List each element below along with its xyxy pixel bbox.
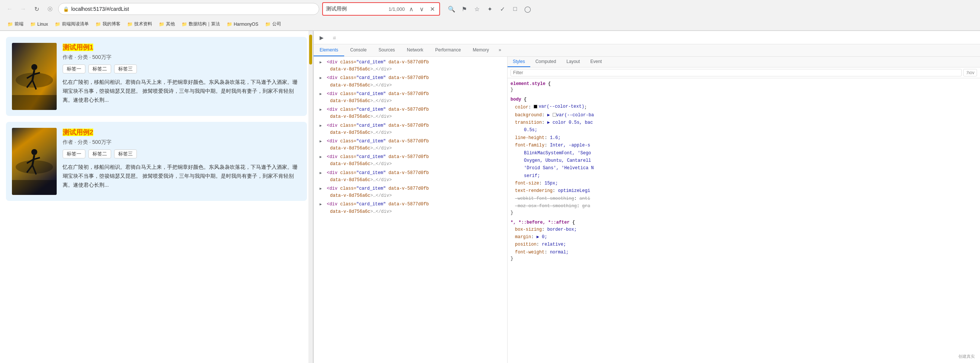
card-meta: 作者 · 分类 · 500万字 bbox=[63, 54, 301, 61]
card-tag: 标签二 bbox=[88, 65, 111, 73]
filter-hov-button[interactable]: :hov bbox=[963, 69, 977, 76]
styles-panel: Styles Computed Layout Event :hov elemen… bbox=[508, 57, 980, 363]
card-tag: 标签一 bbox=[63, 149, 85, 159]
style-prop: line-height: 1.6; bbox=[515, 134, 977, 142]
find-next-button[interactable]: ∨ bbox=[418, 5, 425, 13]
dom-node[interactable]: ▶ <div class="card_item" data-v-5877d0fb… bbox=[313, 137, 507, 153]
bookmark-page-button[interactable]: ⚑ bbox=[459, 3, 470, 14]
style-prop: 0.5s; bbox=[515, 126, 977, 134]
devtools-inspect-button[interactable]: ▶ bbox=[317, 33, 326, 43]
styles-panel-tabs: Styles Computed Layout Event bbox=[508, 57, 980, 67]
styles-filter-input[interactable] bbox=[511, 69, 962, 76]
extension3-button[interactable]: □ bbox=[509, 3, 520, 14]
folder-icon: 📁 bbox=[265, 22, 271, 27]
browser-chrome: ← → ↻ ☉ 🔒 localhost:5173/#/cardList 1/1,… bbox=[0, 0, 980, 31]
color-swatch bbox=[534, 105, 537, 108]
style-prop: text-rendering: optimizeLegi bbox=[515, 187, 977, 195]
extension2-button[interactable]: ✓ bbox=[497, 3, 508, 14]
folder-icon: 📁 bbox=[55, 22, 60, 27]
profile-button[interactable]: ◯ bbox=[522, 3, 533, 14]
dom-node[interactable]: ▶ <div class="card_item" data-v-5877d0fb… bbox=[313, 200, 507, 216]
bookmark-company[interactable]: 📁 公司 bbox=[262, 19, 284, 29]
bookmark-techres[interactable]: 📁 技术资料 bbox=[124, 19, 155, 29]
address-bar[interactable]: 🔒 localhost:5173/#/cardList bbox=[58, 3, 319, 15]
star-button[interactable]: ☆ bbox=[471, 3, 482, 14]
triangle-icon: ▶ bbox=[320, 123, 324, 129]
bookmark-myblog[interactable]: 📁 我的博客 bbox=[92, 19, 123, 29]
bookmark-dsa[interactable]: 📁 数据结构｜算法 bbox=[179, 19, 223, 29]
bookmark-linux[interactable]: 📁 Linux bbox=[27, 20, 51, 29]
tab-network[interactable]: Network bbox=[401, 44, 429, 56]
devtools-more-tabs[interactable]: » bbox=[495, 44, 505, 56]
extension1-button[interactable]: ✦ bbox=[484, 3, 495, 14]
card-image bbox=[12, 128, 57, 195]
style-prop: -moz-osx-font-smoothing: gra bbox=[515, 202, 977, 210]
devtools-device-button[interactable]: ◽ bbox=[329, 33, 339, 43]
dom-node[interactable]: ▶ <div class="card_item" data-v-5877d0fb… bbox=[313, 105, 507, 121]
card-title-highlight: 测试用例1 bbox=[63, 44, 93, 51]
card-content: 测试用例1 作者 · 分类 · 500万字 标签一 标签二 标签三 忆在广陵初，… bbox=[63, 43, 301, 105]
search-button[interactable]: 🔍 bbox=[446, 3, 457, 14]
scrollbar-thumb[interactable] bbox=[309, 35, 312, 65]
style-prop: Oxygen, Ubuntu, Cantarell bbox=[515, 157, 977, 164]
tab-memory[interactable]: Memory bbox=[467, 44, 495, 56]
scrollbar-track[interactable] bbox=[309, 31, 313, 363]
card-image bbox=[12, 43, 57, 110]
styles-filter-bar: :hov bbox=[508, 67, 980, 78]
tab-console[interactable]: Console bbox=[344, 44, 372, 56]
dom-node[interactable]: ▶ <div class="card_item" data-v-5877d0fb… bbox=[313, 122, 507, 137]
style-rule-universal: *, *::before, *::after { box-sizing: bor… bbox=[511, 220, 977, 262]
dom-node[interactable]: ▶ <div class="card_item" data-v-5877d0fb… bbox=[313, 184, 507, 200]
nav-bar: ← → ↻ ☉ 🔒 localhost:5173/#/cardList 1/1,… bbox=[0, 0, 980, 18]
card-image-inner bbox=[12, 128, 57, 195]
card-image-svg bbox=[12, 43, 57, 110]
bookmark-other[interactable]: 📁 其他 bbox=[156, 19, 178, 29]
style-prop: font-family: Inter, -apple-s bbox=[515, 142, 977, 149]
color-swatch bbox=[553, 113, 556, 117]
folder-icon: 📁 bbox=[95, 22, 101, 27]
styles-tab-computed[interactable]: Computed bbox=[530, 57, 561, 67]
bookmark-label: 数据结构｜算法 bbox=[189, 21, 220, 27]
bookmark-label: 公司 bbox=[272, 21, 281, 27]
style-block: box-sizing: border-box; margin: ▶ 0; pos… bbox=[511, 226, 977, 257]
triangle-icon: ▶ bbox=[320, 107, 324, 113]
forward-button[interactable]: → bbox=[18, 4, 28, 14]
find-close-button[interactable]: ✕ bbox=[428, 5, 436, 13]
style-prop: color: var(--color-text) ; bbox=[515, 103, 977, 111]
reload-button[interactable]: ↻ bbox=[31, 4, 42, 14]
style-prop: background: ▶ var(--color-ba bbox=[515, 111, 977, 119]
find-prev-button[interactable]: ∧ bbox=[407, 5, 415, 13]
style-rule-body: body { color: var(--color-text) ; backgr… bbox=[511, 97, 977, 216]
card-meta: 作者 · 分类 · 500万字 bbox=[63, 139, 301, 146]
card-tags: 标签一 标签二 标签三 bbox=[63, 65, 301, 73]
watermark: 创建真实 bbox=[956, 353, 977, 360]
back-button[interactable]: ← bbox=[5, 4, 15, 14]
tab-sources[interactable]: Sources bbox=[372, 44, 401, 56]
styles-tab-event[interactable]: Event bbox=[585, 57, 607, 67]
style-prop: serif; bbox=[515, 172, 977, 180]
dom-node[interactable]: ▶ <div class="card_item" data-v-5877d0fb… bbox=[313, 169, 507, 184]
tab-elements[interactable]: Elements bbox=[313, 44, 344, 56]
home-button[interactable]: ☉ bbox=[45, 4, 55, 14]
bookmark-harmony[interactable]: 📁 HarmonyOS bbox=[224, 20, 261, 29]
styles-tab-styles[interactable]: Styles bbox=[508, 57, 530, 67]
webpage-panel: 测试用例1 作者 · 分类 · 500万字 标签一 标签二 标签三 忆在广陵初，… bbox=[0, 31, 313, 363]
elements-panel: ▶ <div class="card_item" data-v-5877d0fb… bbox=[313, 57, 508, 363]
dom-node[interactable]: ▶ <div class="card_item" data-v-5877d0fb… bbox=[313, 90, 507, 105]
bookmark-label: HarmonyOS bbox=[234, 22, 258, 27]
svg-rect-8 bbox=[12, 95, 57, 110]
bookmark-qianduan[interactable]: 📁 前端 bbox=[5, 19, 27, 29]
styles-tab-layout[interactable]: Layout bbox=[561, 57, 585, 67]
dom-node[interactable]: ▶ <div class="card_item" data-v-5877d0fb… bbox=[313, 74, 507, 89]
dom-node[interactable]: ▶ <div class="card_item" data-v-5877d0fb… bbox=[313, 58, 507, 74]
url-text: localhost:5173/#/cardList bbox=[71, 6, 314, 12]
folder-icon: 📁 bbox=[159, 22, 164, 27]
style-block: color: var(--color-text) ; background: ▶… bbox=[511, 103, 977, 210]
bookmark-readlist[interactable]: 📁 前端阅读清单 bbox=[52, 19, 92, 29]
dom-node[interactable]: ▶ <div class="card_item" data-v-5877d0fb… bbox=[313, 153, 507, 168]
find-input[interactable] bbox=[326, 6, 386, 12]
triangle-icon: ▶ bbox=[320, 75, 324, 81]
folder-icon: 📁 bbox=[8, 22, 13, 27]
tab-performance[interactable]: Performance bbox=[429, 44, 467, 56]
bookmarks-bar: 📁 前端 📁 Linux 📁 前端阅读清单 📁 我的博客 📁 技术资料 📁 其他… bbox=[0, 18, 980, 30]
